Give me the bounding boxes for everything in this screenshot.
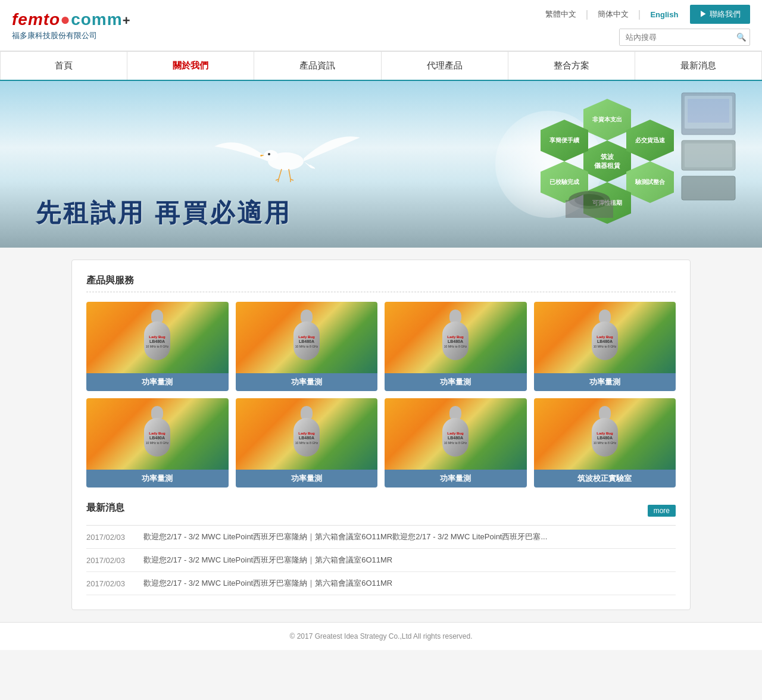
news-date-3: 2017/02/03 — [86, 579, 134, 588]
nav-link-products[interactable]: 產品資訊 — [254, 52, 380, 80]
product-image-2: Lady Bug LB480A 10 MHz to 8 GHz — [236, 302, 378, 373]
product-card-4[interactable]: Lady Bug LB480A 10 MHz to 8 GHz 功率量測 — [534, 302, 676, 391]
equipment-image — [679, 87, 744, 206]
svg-text:Lady Bug: Lady Bug — [448, 335, 464, 339]
main-nav: 首頁 關於我們 產品資訊 代理產品 整合方案 最新消息 — [0, 51, 762, 81]
product-caption-5: 功率量測 — [86, 470, 229, 488]
news-title-3: 歡迎您2/17 - 3/2 MWC LitePoint西班牙巴塞隆納｜第六箱會議… — [143, 578, 392, 589]
news-item-1[interactable]: 2017/02/03 歡迎您2/17 - 3/2 MWC LitePoint西班… — [86, 526, 676, 549]
nav-link-about[interactable]: 關於我們 — [127, 52, 254, 80]
nav-link-solutions[interactable]: 整合方案 — [508, 52, 635, 80]
product-card-6[interactable]: Lady Bug LB480A 10 MHz to 8 GHz 功率量測 — [236, 398, 378, 488]
products-grid: Lady Bug LB480A 10 MHz to 8 GHz 功率量測 Lad… — [86, 302, 676, 488]
products-section-title: 產品與服務 — [86, 274, 676, 292]
product-image-1: Lady Bug LB480A 10 MHz to 8 GHz — [86, 302, 229, 373]
nav-item-news[interactable]: 最新消息 — [635, 52, 762, 80]
product-caption-3: 功率量測 — [385, 373, 527, 391]
news-date-2: 2017/02/03 — [86, 556, 134, 565]
nav-item-solutions[interactable]: 整合方案 — [508, 52, 635, 80]
hex-left: 享簡便手續 — [541, 120, 588, 161]
hex-center: 筑波儀器租賃 — [583, 140, 631, 182]
svg-text:LB480A: LB480A — [299, 436, 314, 440]
news-item-2[interactable]: 2017/02/03 歡迎您2/17 - 3/2 MWC LitePoint西班… — [86, 549, 676, 572]
device-svg-1: Lady Bug LB480A 10 MHz to 8 GHz — [133, 310, 181, 366]
product-card-1[interactable]: Lady Bug LB480A 10 MHz to 8 GHz 功率量測 — [86, 302, 229, 391]
device-svg-2: Lady Bug LB480A 10 MHz to 8 GHz — [283, 310, 330, 366]
svg-text:LB480A: LB480A — [448, 436, 463, 440]
search-button[interactable]: 🔍 — [732, 29, 750, 45]
svg-text:Lady Bug: Lady Bug — [298, 335, 315, 339]
svg-text:LB480A: LB480A — [149, 339, 165, 343]
news-title-1: 歡迎您2/17 - 3/2 MWC LitePoint西班牙巴塞隆納｜第六箱會議… — [143, 532, 547, 542]
nav-link-home[interactable]: 首頁 — [1, 52, 127, 80]
svg-text:10 MHz to 8 GHz: 10 MHz to 8 GHz — [295, 441, 318, 445]
nav-link-news[interactable]: 最新消息 — [635, 52, 761, 80]
svg-point-2 — [268, 153, 270, 155]
svg-text:Lady Bug: Lady Bug — [597, 335, 613, 339]
product-caption-7: 功率量測 — [385, 470, 527, 488]
nav-link-agency[interactable]: 代理產品 — [382, 52, 508, 80]
logo-text: femto●comm+ — [12, 10, 130, 29]
nav-item-agency[interactable]: 代理產品 — [382, 52, 508, 80]
nav-item-about[interactable]: 關於我們 — [127, 52, 254, 80]
news-section-header: 最新消息 more — [86, 502, 676, 519]
svg-text:Lady Bug: Lady Bug — [448, 432, 464, 435]
svg-line-6 — [278, 179, 279, 182]
svg-text:10 MHz to 8 GHz: 10 MHz to 8 GHz — [594, 441, 617, 445]
logo-area: femto●comm+ 福多康科技股份有限公司 — [12, 10, 130, 41]
product-image-5: Lady Bug LB480A 10 MHz to 8 GHz — [86, 398, 229, 470]
svg-text:Lady Bug: Lady Bug — [149, 335, 166, 339]
svg-text:10 MHz to 8 GHz: 10 MHz to 8 GHz — [444, 441, 467, 445]
svg-text:Lady Bug: Lady Bug — [597, 432, 613, 435]
device-svg-5: Lady Bug LB480A 10 MHz to 8 GHz — [133, 406, 181, 462]
svg-text:Lady Bug: Lady Bug — [298, 432, 315, 435]
news-list: 2017/02/03 歡迎您2/17 - 3/2 MWC LitePoint西班… — [86, 525, 676, 595]
top-bar: femto●comm+ 福多康科技股份有限公司 繁體中文 ｜ 簡体中文 ｜ En… — [0, 0, 762, 51]
svg-text:LB480A: LB480A — [597, 436, 613, 440]
svg-rect-11 — [688, 99, 729, 123]
product-caption-2: 功率量測 — [236, 373, 378, 391]
logo-subtitle: 福多康科技股份有限公司 — [12, 30, 130, 41]
svg-text:10 MHz to 8 GHz: 10 MHz to 8 GHz — [594, 345, 617, 348]
product-card-3[interactable]: Lady Bug LB480A 10 MHz to 8 GHz 功率量測 — [385, 302, 527, 391]
svg-text:10 MHz to 8 GHz: 10 MHz to 8 GHz — [444, 345, 467, 348]
product-image-6: Lady Bug LB480A 10 MHz to 8 GHz — [236, 398, 378, 470]
product-card-7[interactable]: Lady Bug LB480A 10 MHz to 8 GHz 功率量測 — [385, 398, 527, 488]
svg-line-3 — [279, 169, 282, 179]
news-section-title: 最新消息 — [86, 502, 124, 519]
hero-slogan: 先租試用 再買必適用 — [36, 196, 292, 230]
svg-text:LB480A: LB480A — [149, 436, 165, 440]
svg-rect-14 — [682, 176, 735, 200]
news-more-button[interactable]: more — [648, 505, 676, 517]
product-caption-6: 功率量測 — [236, 470, 378, 488]
nav-item-products[interactable]: 產品資訊 — [254, 52, 381, 80]
product-card-8[interactable]: Lady Bug LB480A 10 MHz to 8 GHz 筑波校正實驗室 — [534, 398, 676, 488]
device-svg-4: Lady Bug LB480A 10 MHz to 8 GHz — [581, 310, 629, 366]
hex-top-right: 必交貨迅速 — [626, 120, 674, 161]
footer: © 2017 Greatest Idea Strategy Co.,Ltd Al… — [0, 622, 762, 650]
svg-text:LB480A: LB480A — [299, 339, 314, 343]
product-card-5[interactable]: Lady Bug LB480A 10 MHz to 8 GHz 功率量測 — [86, 398, 229, 488]
hex-right: 驗測試整合 — [626, 161, 674, 203]
nav-item-home[interactable]: 首頁 — [0, 52, 127, 80]
contact-button[interactable]: ▶ 聯絡我們 — [690, 5, 750, 24]
product-card-2[interactable]: Lady Bug LB480A 10 MHz to 8 GHz 功率量測 — [236, 302, 378, 391]
svg-text:10 MHz to 8 GHz: 10 MHz to 8 GHz — [295, 345, 318, 348]
lang-simplified-chinese[interactable]: 簡体中文 — [592, 9, 635, 20]
lang-english[interactable]: English — [644, 10, 684, 19]
footer-copyright: © 2017 Greatest Idea Strategy Co.,Ltd Al… — [289, 632, 472, 640]
lang-traditional-chinese[interactable]: 繁體中文 — [539, 9, 582, 20]
hex-top: 非資本支出 — [583, 99, 631, 140]
product-image-7: Lady Bug LB480A 10 MHz to 8 GHz — [385, 398, 527, 470]
product-caption-8: 筑波校正實驗室 — [534, 470, 676, 488]
search-box: 🔍 — [619, 29, 750, 46]
search-input[interactable] — [620, 29, 732, 45]
svg-text:Lady Bug: Lady Bug — [149, 432, 166, 435]
news-item-3[interactable]: 2017/02/03 歡迎您2/17 - 3/2 MWC LitePoint西班… — [86, 572, 676, 595]
svg-rect-13 — [685, 143, 732, 167]
product-caption-1: 功率量測 — [86, 373, 229, 391]
news-date-1: 2017/02/03 — [86, 533, 134, 542]
svg-point-1 — [264, 150, 278, 161]
device-svg-6: Lady Bug LB480A 10 MHz to 8 GHz — [283, 406, 330, 462]
device-svg-7: Lady Bug LB480A 10 MHz to 8 GHz — [432, 406, 479, 462]
